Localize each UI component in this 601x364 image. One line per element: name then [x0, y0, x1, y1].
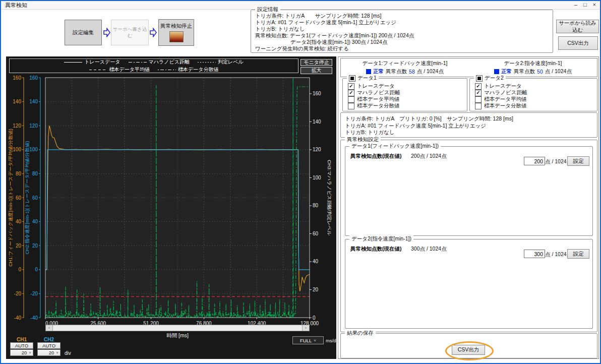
ch2-scale-value: 20 [49, 350, 54, 355]
svg-text:120: 120 [29, 123, 38, 129]
legend-line-dashdotdot-icon [158, 69, 176, 71]
settings-info-line: 異常検知点数: データ1(フィードバック速度[min-1]) 200点 / 10… [255, 32, 549, 39]
svg-text:160: 160 [29, 75, 38, 81]
data1-anomaly-count: 58 [409, 69, 415, 75]
svg-text:-20: -20 [14, 291, 22, 296]
set-button[interactable]: 設定 [567, 156, 589, 166]
data1-detection-group: データ1(フィードバック速度[min-1]) 異常検知点数(現在値) 200点 … [345, 146, 593, 236]
sample-variance-checkbox[interactable] [348, 103, 354, 109]
save-results-title: 結果の保存 [345, 330, 376, 337]
svg-text:-40: -40 [14, 315, 22, 321]
checkbox-label: マハラノビス距離 [484, 89, 527, 96]
data2-display-group: データ2 ✓トレースデータ ✓マハラノビス距離 標本データ平均値 標本データ分散… [469, 78, 597, 111]
close-icon[interactable]: × [593, 1, 596, 9]
status-box: データ1:フィードバック速度[min-1] 正常 異常点数 58 点 / 102… [340, 58, 597, 77]
trigger-info-line: トリガ条件: トリガA プリトリガ: 0 [%] サンプリング時間: 128 [… [345, 115, 593, 123]
svg-text:0: 0 [35, 267, 38, 272]
flow-arrow-icon [150, 28, 157, 37]
svg-text:0: 0 [313, 315, 316, 321]
scroll-right-icon[interactable]: › [303, 325, 309, 331]
sample-mean-checkbox[interactable] [348, 96, 354, 103]
settings-info-line: トリガA: #01 フィードバック速度 5[min-1] 立上がりエッジ [255, 19, 549, 26]
checkbox-label: 標本データ平均値 [357, 96, 400, 103]
sample-mean-checkbox[interactable] [475, 96, 482, 103]
chart-scrollbar[interactable]: ‹ › [45, 325, 310, 331]
checkbox-label: 標本データ平均値 [484, 96, 527, 103]
trigger-info-line: トリガA: #01 フィードバック速度 5[min-1] 立上がりエッジ [345, 123, 593, 130]
legend-line-dotted-icon [198, 61, 216, 64]
svg-text:20: 20 [16, 243, 22, 249]
detection-points-input[interactable] [524, 250, 545, 258]
scrollbar-thumb[interactable] [52, 325, 303, 331]
ch1-scale-value: 20 [22, 350, 27, 355]
legend-label: 標本データ平均値 [109, 66, 150, 73]
sample-variance-checkbox[interactable] [475, 103, 482, 109]
svg-text:100: 100 [13, 147, 21, 152]
detection-points-input[interactable] [524, 157, 545, 165]
data2-anomaly-suffix: 点 / 1024点 [545, 68, 572, 75]
stop-detection-label: 異常検知停止 [160, 23, 192, 30]
trace-data-checkbox[interactable]: ✓ [475, 83, 482, 90]
scroll-left-icon[interactable]: ‹ [46, 325, 52, 331]
ch2-label: CH2 [37, 337, 61, 342]
legend-label: マハラノビス距離 [149, 58, 190, 66]
data2-group-checkbox[interactable] [476, 75, 483, 82]
chart-panel: トレースデータ マハラノビス距離 判定レベル 標本データ平均値 標本データ分散値… [6, 56, 336, 359]
zoom-button[interactable]: 拡大 [300, 67, 332, 74]
minimize-icon[interactable]: – [574, 1, 577, 9]
read-from-servo-button[interactable]: サーボから読み込む [556, 20, 599, 33]
svg-text:20: 20 [313, 287, 319, 292]
flow-arrow-icon [103, 28, 110, 37]
svg-text:0: 0 [18, 267, 21, 272]
svg-text:-40: -40 [31, 315, 38, 321]
data1-anomaly-label: 異常点数 [386, 68, 407, 75]
svg-text:120: 120 [313, 147, 321, 152]
svg-text:40: 40 [32, 219, 38, 224]
svg-text:160: 160 [313, 91, 321, 96]
legend-label: 判定レベル [218, 58, 244, 66]
ch1-auto-button[interactable]: AUTO [10, 342, 33, 349]
trigger-info-box: トリガ条件: トリガA プリトリガ: 0 [%] サンプリング時間: 128 [… [340, 112, 597, 138]
svg-text:CH1:フィードバック速度[min-1](トレースデータ/平: CH1:フィードバック速度[min-1](トレースデータ/平均値/分散値) [8, 129, 13, 267]
svg-text:160: 160 [13, 75, 21, 81]
window-title: 異常検知 [5, 2, 27, 9]
trace-data-checkbox[interactable]: ✓ [348, 83, 354, 90]
data1-display-group: データ1 ✓トレースデータ ✓マハラノビス距離 標本データ平均値 標本データ分散… [342, 78, 467, 111]
stop-detection-button[interactable]: 異常検知停止 [158, 19, 194, 46]
data1-anomaly-suffix: 点 / 1024点 [417, 68, 444, 75]
svg-text:100: 100 [313, 175, 321, 180]
edit-settings-button[interactable]: 設定編集 [65, 20, 102, 45]
maximize-icon[interactable]: □ [583, 1, 587, 9]
set-button[interactable]: 設定 [567, 249, 589, 259]
checkbox-label: トレースデータ [357, 83, 395, 90]
time-range-value: FULL [300, 338, 312, 343]
csv-output-button[interactable]: CSV出力 [452, 345, 485, 355]
monitor-stop-button[interactable]: モニタ停止 [300, 59, 332, 66]
legend-label: トレースデータ [84, 58, 120, 66]
data2-anomaly-count: 50 [537, 69, 543, 75]
ch2-scale-select[interactable]: 20 ˅ [37, 349, 61, 356]
checkbox-label: トレースデータ [484, 83, 522, 90]
mahalanobis-checkbox[interactable]: ✓ [475, 90, 482, 96]
svg-text:120: 120 [13, 123, 21, 129]
x-axis-title: 時間 [ms] [45, 332, 310, 339]
mahalanobis-checkbox[interactable]: ✓ [348, 90, 354, 96]
div-unit-label: div [65, 350, 71, 356]
ch1-scale-select[interactable]: 20 ˅ [10, 349, 33, 356]
data1-group-checkbox[interactable] [349, 75, 355, 82]
data2-detection-title: データ2(指令速度[min-1]) [349, 235, 413, 242]
settings-info-title: 設定情報 [255, 6, 280, 13]
csv-output-top-button[interactable]: CSV出力 [558, 36, 598, 50]
detection-points-current: 200点 / 1024点 [411, 153, 447, 160]
ch2-auto-button[interactable]: AUTO [37, 342, 61, 349]
time-range-select[interactable]: FULL ˅ [292, 336, 324, 344]
detection-settings-title: 異常検知設定 [345, 136, 381, 143]
detection-points-label: 異常検知点数(現在値) [350, 246, 402, 253]
data2-detection-group: データ2(指令速度[min-1]) 異常検知点数(現在値) 300点 / 102… [345, 239, 593, 329]
chevron-down-icon: ˅ [56, 350, 58, 355]
svg-text:60: 60 [32, 195, 38, 201]
stop-lamp-icon [169, 31, 184, 42]
svg-text:60: 60 [313, 231, 319, 236]
data2-status-state: 正常 [501, 68, 512, 75]
settings-info-line: トリガB: トリガなし [255, 26, 549, 32]
